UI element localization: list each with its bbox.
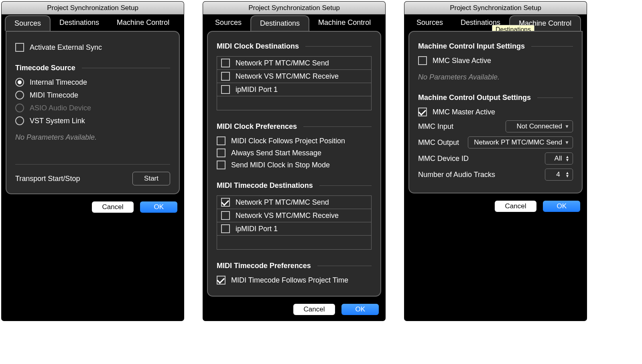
activate-external-sync-checkbox[interactable] (15, 43, 24, 52)
num-audio-tracks-stepper[interactable]: 4 ▲▼ (545, 169, 573, 181)
dialog-buttons: Cancel OK (2, 197, 184, 218)
cancel-button[interactable]: Cancel (495, 201, 537, 212)
tab-sources[interactable]: Sources (408, 15, 452, 31)
destinations-panel: MIDI Clock Destinations Network PT MTC/M… (207, 31, 381, 297)
sources-panel: Activate External Sync Timecode Source I… (6, 31, 180, 194)
midi-tc-dest-list: Network PT MTC/MMC Send Network VS MTC/M… (217, 195, 372, 250)
divider-icon (537, 98, 573, 98)
radio-internal-timecode[interactable] (15, 78, 24, 87)
list-item[interactable]: Network PT MTC/MMC Send (217, 196, 371, 209)
send-clock-stop-label: Send MIDI Clock in Stop Mode (231, 161, 330, 169)
no-parameters-note: No Parameters Available. (418, 73, 573, 81)
always-send-start-label: Always Send Start Message (231, 149, 321, 157)
divider-icon (305, 46, 372, 47)
mmc-device-id-label: MMC Device ID (418, 155, 469, 163)
section-timecode-source: Timecode Source (15, 64, 75, 72)
chevron-down-icon: ▼ (565, 124, 569, 129)
window-title: Project Synchronization Setup (404, 2, 587, 14)
window-title: Project Synchronization Setup (203, 2, 385, 14)
no-parameters-note: No Parameters Available. (15, 133, 170, 142)
section-midi-clock-prefs: MIDI Clock Preferences (217, 122, 297, 131)
radio-internal-timecode-label: Internal Timecode (30, 78, 87, 87)
transport-start-button[interactable]: Start (132, 172, 170, 185)
section-mc-input-settings: Machine Control Input Settings (418, 42, 525, 51)
tab-sources[interactable]: Sources (5, 15, 51, 31)
section-mc-output-settings: Machine Control Output Settings (418, 94, 531, 102)
tc-dest-label: Network PT MTC/MMC Send (236, 198, 329, 207)
list-item[interactable]: ipMIDI Port 1 (217, 83, 371, 96)
window-title: Project Synchronization Setup (2, 2, 184, 14)
ok-button[interactable]: OK (140, 201, 177, 213)
tab-bar: Sources Destinations Machine Control (2, 14, 184, 31)
always-send-start-checkbox[interactable] (217, 148, 226, 157)
tab-sources[interactable]: Sources (206, 15, 250, 31)
clock-dest-label: Network VS MTC/MMC Receive (236, 72, 339, 81)
divider-icon (317, 266, 372, 266)
section-midi-tc-dest: MIDI Timecode Destinations (217, 181, 313, 190)
mmc-device-id-stepper[interactable]: All ▲▼ (545, 153, 573, 165)
mmc-output-label: MMC Output (418, 138, 459, 147)
section-midi-clock-dest: MIDI Clock Destinations (217, 42, 299, 51)
tc-dest-label: ipMIDI Port 1 (236, 225, 278, 233)
divider-icon (303, 126, 372, 127)
mmc-master-active-label: MMC Master Active (433, 108, 495, 116)
list-item-empty (217, 96, 371, 110)
send-clock-stop-checkbox[interactable] (217, 161, 226, 169)
divider-icon (319, 185, 372, 186)
mmc-device-id-value: All (555, 155, 562, 162)
mmc-output-select[interactable]: Network PT MTC/MMC Send ▼ (468, 136, 573, 148)
mmc-input-value: Not Connected (517, 122, 562, 130)
ok-button[interactable]: OK (341, 304, 379, 315)
mmc-slave-active-label: MMC Slave Active (433, 57, 491, 65)
dialog-buttons: Cancel OK (203, 300, 385, 321)
tc-follows-project-checkbox[interactable] (217, 276, 226, 285)
tc-dest-label: Network VS MTC/MMC Receive (236, 211, 339, 220)
radio-midi-timecode[interactable] (15, 91, 24, 100)
clock-dest-checkbox[interactable] (221, 72, 230, 81)
mmc-input-label: MMC Input (418, 122, 453, 131)
sync-setup-window-sources: Project Synchronization Setup Sources De… (2, 2, 184, 321)
list-item-empty (217, 236, 371, 249)
clock-dest-checkbox[interactable] (221, 85, 230, 94)
clock-follows-position-label: MIDI Clock Follows Project Position (231, 137, 345, 145)
divider-icon (531, 46, 573, 47)
mmc-master-active-checkbox[interactable] (418, 108, 427, 116)
clock-follows-position-checkbox[interactable] (217, 136, 226, 145)
sync-setup-window-machine-control: Project Synchronization Setup Sources De… (404, 2, 587, 321)
mmc-output-value: Network PT MTC/MMC Send (474, 138, 562, 146)
tc-dest-checkbox[interactable] (221, 198, 230, 207)
sync-setup-window-destinations: Project Synchronization Setup Sources De… (203, 2, 385, 321)
tab-machine-control[interactable]: Machine Control (108, 15, 178, 31)
cancel-button[interactable]: Cancel (92, 201, 134, 213)
tab-destinations[interactable]: Destinations (250, 15, 309, 31)
ok-button[interactable]: OK (543, 201, 580, 212)
tc-follows-project-label: MIDI Timecode Follows Project Time (231, 276, 348, 285)
divider-icon (15, 164, 170, 165)
radio-asio-audio-device-label: ASIO Audio Device (30, 104, 91, 112)
radio-vst-system-link[interactable] (15, 116, 24, 125)
radio-vst-system-link-label: VST System Link (30, 117, 85, 125)
num-audio-tracks-label: Number of Audio Tracks (418, 171, 495, 179)
radio-midi-timecode-label: MIDI Timecode (30, 91, 78, 100)
num-audio-tracks-value: 4 (556, 171, 560, 178)
midi-clock-dest-list: Network PT MTC/MMC Send Network VS MTC/M… (217, 56, 372, 110)
section-midi-tc-prefs: MIDI Timecode Preferences (217, 262, 311, 270)
list-item[interactable]: ipMIDI Port 1 (217, 222, 371, 236)
cancel-button[interactable]: Cancel (293, 304, 335, 315)
tc-dest-checkbox[interactable] (221, 211, 230, 220)
clock-dest-label: ipMIDI Port 1 (236, 85, 278, 94)
list-item[interactable]: Network VS MTC/MMC Receive (217, 70, 371, 83)
chevron-down-icon: ▼ (565, 140, 569, 145)
stepper-arrows-icon: ▲▼ (565, 155, 569, 162)
tc-dest-checkbox[interactable] (221, 224, 230, 233)
mmc-input-select[interactable]: Not Connected ▼ (506, 120, 573, 132)
list-item[interactable]: Network VS MTC/MMC Receive (217, 209, 371, 222)
tab-machine-control[interactable]: Machine Control (309, 15, 380, 31)
list-item[interactable]: Network PT MTC/MMC Send (217, 57, 371, 70)
activate-external-sync-label: Activate External Sync (30, 43, 102, 52)
divider-icon (82, 68, 170, 68)
tab-destinations[interactable]: Destinations (51, 15, 108, 31)
clock-dest-checkbox[interactable] (221, 59, 230, 67)
transport-start-stop-label: Transport Start/Stop (15, 175, 80, 183)
mmc-slave-active-checkbox[interactable] (418, 56, 427, 65)
